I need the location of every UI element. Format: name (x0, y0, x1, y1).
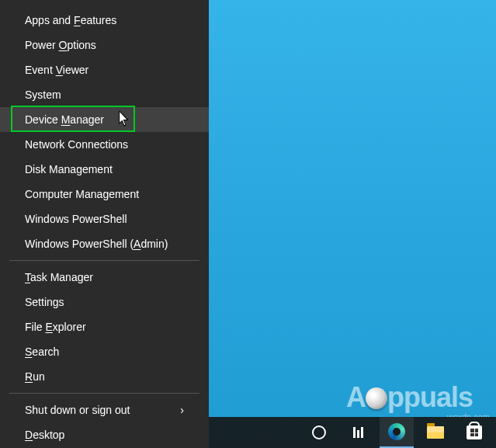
watermark-ball-icon (366, 387, 387, 409)
menu-item-desktop[interactable]: Desktop (0, 422, 209, 447)
menu-item-label: Desktop (25, 429, 64, 441)
menu-item-event-viewer[interactable]: Event Viewer (0, 57, 209, 82)
menu-item-label: Search (25, 346, 59, 358)
menu-item-settings[interactable]: Settings (0, 290, 209, 314)
menu-item-label: Windows PowerShell (Admin) (25, 238, 168, 250)
menu-item-label: Computer Management (25, 188, 139, 200)
watermark: Appuals (346, 381, 473, 414)
microsoft-store-icon[interactable] (457, 417, 491, 448)
menu-item-label: System (25, 89, 61, 101)
menu-item-label: Power Options (25, 39, 96, 51)
menu-item-windows-powershell[interactable]: Windows PowerShell (0, 207, 209, 231)
edge-icon[interactable] (380, 417, 414, 448)
menu-item-computer-management[interactable]: Computer Management (0, 182, 209, 207)
menu-item-label: Settings (25, 296, 64, 308)
file-explorer-icon[interactable] (418, 417, 453, 448)
chevron-right-icon: › (180, 404, 184, 416)
menu-separator (9, 393, 199, 394)
menu-item-disk-management[interactable]: Disk Management (0, 157, 209, 182)
menu-item-system[interactable]: System (0, 82, 209, 107)
menu-item-label: Apps and Features (25, 14, 116, 26)
menu-item-label: File Explorer (25, 321, 86, 333)
menu-item-label: Device Manager (25, 113, 104, 126)
menu-item-windows-powershell-admin[interactable]: Windows PowerShell (Admin) (0, 231, 209, 256)
menu-item-apps-and-features[interactable]: Apps and Features (0, 8, 209, 33)
task-view-icon[interactable] (341, 417, 375, 448)
menu-item-label: Disk Management (25, 163, 113, 175)
taskbar (209, 417, 496, 448)
menu-item-label: Event Viewer (25, 64, 88, 76)
menu-item-shut-down-or-sign-out[interactable]: Shut down or sign out› (0, 398, 209, 422)
menu-item-run[interactable]: Run (0, 364, 209, 389)
menu-item-task-manager[interactable]: Task Manager (0, 265, 209, 290)
menu-item-label: Shut down or sign out (25, 404, 130, 416)
menu-item-search[interactable]: Search (0, 339, 209, 364)
menu-item-label: Run (25, 370, 45, 383)
menu-separator (9, 260, 199, 261)
menu-item-device-manager[interactable]: Device Manager (0, 107, 209, 132)
menu-item-label: Windows PowerShell (25, 213, 127, 225)
winx-context-menu: Apps and FeaturesPower OptionsEvent View… (0, 0, 209, 448)
cortana-icon[interactable] (302, 417, 336, 448)
menu-item-file-explorer[interactable]: File Explorer (0, 314, 209, 339)
menu-item-label: Network Connections (25, 138, 128, 151)
menu-item-network-connections[interactable]: Network Connections (0, 132, 209, 157)
menu-item-power-options[interactable]: Power Options (0, 33, 209, 57)
menu-item-label: Task Manager (25, 271, 93, 283)
